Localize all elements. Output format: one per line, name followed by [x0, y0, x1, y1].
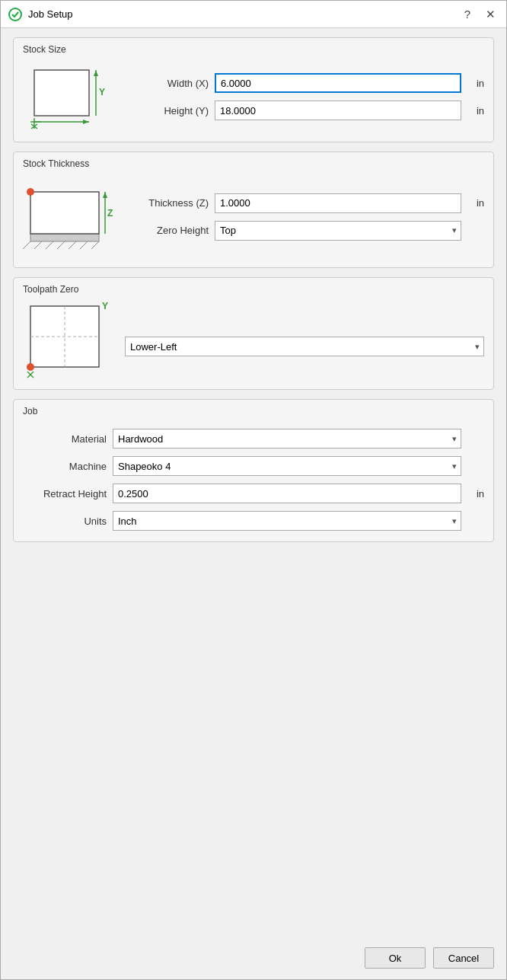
title-bar: Job Setup ? ✕	[1, 1, 506, 28]
stock-thickness-illustration: Z	[23, 177, 114, 257]
stock-size-body: Y Width	[23, 62, 484, 131]
width-input[interactable]	[215, 73, 461, 93]
height-unit: in	[467, 105, 484, 117]
cancel-button[interactable]: Cancel	[433, 947, 494, 969]
position-select-wrapper: Lower-Left Lower-Right Upper-Left Upper-…	[125, 337, 484, 356]
position-row: Lower-Left Lower-Right Upper-Left Upper-…	[125, 337, 484, 356]
dialog-footer: Ok Cancel	[1, 940, 506, 979]
material-row: Material Hardwood Softwood Plywood MDF A…	[23, 429, 484, 449]
stock-thickness-fields: Thickness (Z) in Zero Height Top Bottom …	[125, 193, 484, 241]
toolpath-zero-title: Toolpath Zero	[23, 284, 484, 295]
units-label: Units	[23, 516, 107, 527]
stock-size-title: Stock Size	[23, 44, 484, 55]
svg-point-0	[9, 8, 21, 21]
zero-height-select[interactable]: Top Bottom	[215, 221, 461, 241]
machine-row: Machine Shapeoko 4 Shapeoko 3 Shapeoko P…	[23, 456, 484, 476]
position-select[interactable]: Lower-Left Lower-Right Upper-Left Upper-…	[125, 337, 484, 356]
machine-select[interactable]: Shapeoko 4 Shapeoko 3 Shapeoko Pro Shape…	[113, 456, 461, 476]
svg-rect-1	[34, 70, 89, 116]
machine-select-wrapper: Shapeoko 4 Shapeoko 3 Shapeoko Pro Shape…	[113, 456, 461, 476]
svg-line-15	[46, 241, 53, 249]
svg-marker-22	[103, 192, 107, 198]
stock-size-illustration: Y	[23, 62, 114, 131]
thickness-input[interactable]	[215, 193, 461, 213]
svg-line-17	[69, 241, 76, 249]
svg-point-24	[27, 188, 34, 196]
app-icon	[8, 8, 22, 21]
stock-size-fields: Width (X) in Height (Y) in	[125, 73, 484, 120]
units-row: Units Inch MM ▾ in	[23, 511, 484, 531]
width-row: Width (X) in	[125, 73, 484, 93]
svg-rect-20	[30, 192, 99, 234]
svg-marker-6	[83, 120, 89, 124]
material-select-wrapper: Hardwood Softwood Plywood MDF Aluminum S…	[113, 429, 461, 449]
thickness-label: Thickness (Z)	[125, 197, 209, 209]
thickness-row: Thickness (Z) in	[125, 193, 484, 213]
svg-marker-3	[94, 70, 98, 76]
toolpath-zero-fields: Lower-Left Lower-Right Upper-Left Upper-…	[125, 324, 484, 356]
job-fields: Material Hardwood Softwood Plywood MDF A…	[23, 424, 484, 531]
svg-point-29	[27, 363, 34, 371]
thickness-unit: in	[467, 197, 484, 209]
job-setup-dialog: Job Setup ? ✕ Stock Size Y	[0, 0, 507, 980]
material-label: Material	[23, 433, 107, 445]
zero-height-label: Zero Height	[125, 225, 209, 236]
svg-text:Y: Y	[99, 87, 105, 97]
stock-thickness-body: Z Thickness (Z) in Zero Height	[23, 177, 484, 257]
stock-thickness-title: Stock Thickness	[23, 158, 484, 169]
retract-height-input[interactable]	[113, 484, 461, 503]
units-select-wrapper: Inch MM ▾	[113, 511, 461, 531]
height-label: Height (Y)	[125, 105, 209, 117]
svg-line-18	[80, 241, 88, 249]
toolpath-zero-body: Y Lower-Left Lower-Right	[23, 302, 484, 378]
svg-rect-12	[30, 234, 99, 241]
svg-text:Z: Z	[107, 208, 113, 219]
svg-line-19	[91, 241, 99, 249]
toolpath-zero-illustration: Y	[23, 302, 114, 378]
ok-button[interactable]: Ok	[365, 947, 426, 969]
help-button[interactable]: ?	[461, 6, 474, 22]
zero-height-row: Zero Height Top Bottom ▾ in	[125, 221, 484, 241]
job-title: Job	[23, 406, 484, 417]
retract-height-row: Retract Height in	[23, 484, 484, 503]
height-input[interactable]	[215, 101, 461, 120]
stock-thickness-section: Stock Thickness	[13, 152, 494, 268]
job-section: Job Material Hardwood Softwood Plywood M…	[13, 399, 494, 542]
height-row: Height (Y) in	[125, 101, 484, 120]
stock-size-section: Stock Size Y	[13, 37, 494, 142]
svg-line-16	[57, 241, 65, 249]
svg-line-13	[23, 241, 30, 249]
svg-text:Y: Y	[102, 302, 108, 311]
dialog-content: Stock Size Y	[1, 28, 506, 940]
close-button[interactable]: ✕	[483, 6, 499, 23]
retract-height-label: Retract Height	[23, 488, 107, 500]
toolpath-zero-section: Toolpath Zero Y	[13, 277, 494, 390]
svg-line-14	[34, 241, 42, 249]
zero-height-select-wrapper: Top Bottom ▾	[215, 221, 461, 241]
title-bar-controls: ? ✕	[461, 6, 499, 23]
dialog-title: Job Setup	[28, 8, 461, 20]
units-select[interactable]: Inch MM	[113, 511, 461, 531]
retract-height-unit: in	[467, 488, 484, 500]
material-select[interactable]: Hardwood Softwood Plywood MDF Aluminum S…	[113, 429, 461, 449]
width-unit: in	[467, 78, 484, 89]
width-label: Width (X)	[125, 78, 209, 89]
machine-label: Machine	[23, 461, 107, 472]
